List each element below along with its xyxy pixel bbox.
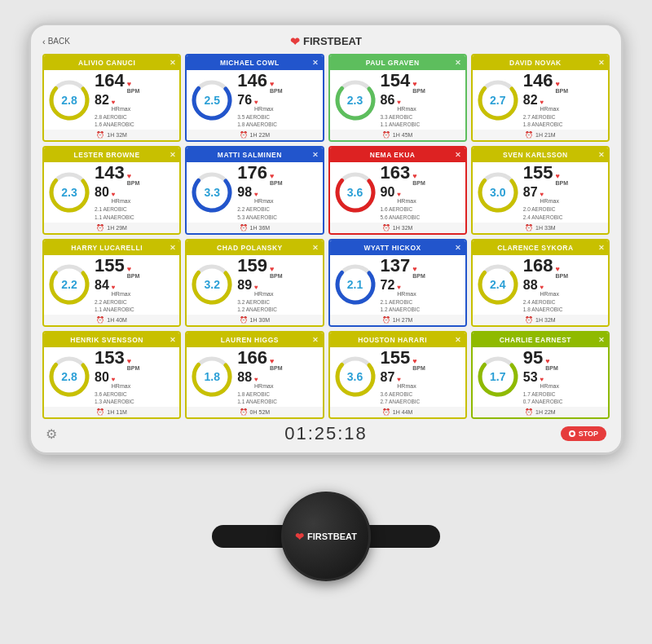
bpm-stats: 163 ♥ BPM — [381, 164, 462, 186]
bottom-bar: ⚙ 01:25:18 STOP — [42, 423, 610, 444]
close-button[interactable]: ✕ — [598, 151, 606, 159]
bpm-label: BPM — [412, 273, 425, 279]
top-bar: ‹ BACK ❤ FIRSTBEAT — [42, 33, 610, 49]
session-time: 1H 32M — [107, 132, 127, 138]
heart-icon: ♥ — [270, 265, 274, 273]
hrmax-stats: 86 ♥ HRmax — [381, 94, 462, 112]
stats-area: 168 ♥ BPM 88 ♥ HRmax 2.4 AEROBIC 1.8 ANA… — [523, 257, 605, 313]
clock-icon: ⏰ — [240, 131, 248, 139]
athlete-name: NEMA EKUA — [370, 151, 416, 159]
bpm-value: 155 — [381, 349, 411, 367]
card-footer: ⏰ 1H 11M — [44, 407, 179, 417]
card-body: 2.5 146 ♥ BPM 76 ♥ HRmax — [187, 70, 322, 130]
bpm-value: 164 — [95, 72, 125, 90]
close-button[interactable]: ✕ — [598, 336, 606, 344]
close-button[interactable]: ✕ — [312, 151, 319, 159]
athlete-name: LESTER BROWNE — [74, 151, 140, 159]
athlete-name: ALIVIO CANUCI — [78, 59, 135, 67]
session-time: 1H 36M — [250, 225, 271, 231]
bpm-label: BPM — [555, 273, 568, 279]
close-button[interactable]: ✕ — [170, 151, 177, 159]
heart-icon: ♥ — [127, 172, 131, 180]
back-button[interactable]: ‹ BACK — [42, 37, 70, 46]
stats-area: 146 ♥ BPM 76 ♥ HRmax 3.5 AEROBIC 1.8 ANA… — [237, 72, 319, 128]
hrmax-value: 80 — [95, 186, 109, 199]
heart-icon: ♥ — [545, 357, 549, 365]
card-body: 2.8 153 ♥ BPM 80 ♥ HRmax — [44, 347, 179, 407]
card-footer: ⏰ 1H 30M — [187, 315, 322, 325]
close-button[interactable]: ✕ — [455, 59, 462, 67]
epoc-ring: 2.3 — [333, 78, 377, 122]
card-footer: ⏰ 1H 29M — [44, 223, 179, 233]
close-button[interactable]: ✕ — [312, 244, 319, 252]
close-button[interactable]: ✕ — [170, 59, 177, 67]
hrmax-stats: 88 ♥ HRmax — [237, 371, 319, 389]
card-body: 2.8 164 ♥ BPM 82 ♥ HRmax — [44, 70, 179, 130]
bpm-stats: 95 ♥ BPM — [523, 349, 605, 371]
aerobic-value: 2.7 AEROBIC — [523, 113, 605, 121]
bpm-label: BPM — [412, 180, 425, 186]
clock-icon: ⏰ — [382, 224, 390, 232]
epoc-ring: 2.8 — [47, 78, 91, 122]
percent-heart-icon: ♥ — [397, 191, 401, 198]
session-time: 1H 32M — [393, 225, 413, 231]
close-button[interactable]: ✕ — [455, 336, 462, 344]
epoc-value: 2.8 — [61, 94, 77, 107]
hrmax-stats: 82 ♥ HRmax — [523, 94, 605, 112]
close-button[interactable]: ✕ — [598, 59, 606, 67]
epoc-value: 1.8 — [205, 370, 220, 383]
settings-icon[interactable]: ⚙ — [46, 426, 57, 442]
card-footer: ⏰ 0H 52M — [187, 407, 322, 417]
close-button[interactable]: ✕ — [312, 336, 319, 344]
stats-area: 153 ♥ BPM 80 ♥ HRmax 3.6 AEROBIC 1.3 ANA… — [95, 349, 176, 405]
session-time: 1H 27M — [393, 317, 413, 323]
hrmax-value: 98 — [237, 186, 252, 199]
stats-area: 154 ♥ BPM 86 ♥ HRmax 3.3 AEROBIC 1.1 ANA… — [381, 72, 462, 128]
card-header: WYATT HICKOX ✕ — [330, 240, 465, 255]
epoc-ring: 3.6 — [333, 170, 377, 214]
hrmax-value: 88 — [237, 371, 252, 384]
hrmax-value: 76 — [237, 94, 252, 107]
hrmax-stats: 84 ♥ HRmax — [95, 279, 176, 297]
card-footer: ⏰ 1H 40M — [44, 315, 179, 325]
card-footer: ⏰ 1H 32M — [473, 315, 608, 325]
anaerobic-value: 1.1 ANAEROBIC — [381, 121, 462, 128]
clock-icon: ⏰ — [96, 131, 104, 139]
card-body: 1.7 95 ♥ BPM 53 ♥ HRmax — [473, 347, 608, 407]
close-button[interactable]: ✕ — [455, 151, 462, 159]
session-time: 1H 22M — [250, 132, 271, 138]
athlete-name: CHAD POLANSKY — [217, 244, 283, 252]
athlete-card: CHAD POLANSKY ✕ 3.2 159 ♥ BPM 89 — [185, 239, 324, 327]
close-button[interactable]: ✕ — [170, 244, 177, 252]
hrmax-value: 80 — [95, 371, 109, 384]
card-header: LESTER BROWNE ✕ — [44, 148, 179, 162]
close-button[interactable]: ✕ — [598, 244, 606, 252]
aerobic-info: 2.1 AEROBIC 1.2 ANAEROBIC — [381, 298, 462, 313]
stop-button[interactable]: STOP — [561, 426, 606, 441]
close-button[interactable]: ✕ — [312, 59, 319, 67]
bpm-label: BPM — [545, 365, 558, 371]
athlete-card: PAUL GRAVEN ✕ 2.3 154 ♥ BPM 86 — [328, 54, 467, 142]
epoc-ring: 2.8 — [47, 355, 91, 399]
aerobic-value: 2.1 AEROBIC — [381, 298, 462, 306]
bpm-value: 137 — [381, 257, 411, 275]
stop-label: STOP — [579, 430, 598, 438]
clock-icon: ⏰ — [382, 408, 390, 416]
close-button[interactable]: ✕ — [170, 336, 177, 344]
card-body: 3.3 176 ♥ BPM 98 ♥ HRmax — [187, 162, 322, 222]
athlete-card: DAVID NOVAK ✕ 2.7 146 ♥ BPM 82 — [471, 54, 610, 142]
percent-heart-icon: ♥ — [540, 191, 544, 198]
card-header: LAUREN HIGGS ✕ — [187, 333, 322, 347]
session-time: 1H 21M — [535, 132, 556, 138]
epoc-ring: 2.2 — [47, 262, 91, 307]
close-button[interactable]: ✕ — [455, 244, 462, 252]
hrmax-label: HRmax — [397, 106, 416, 112]
athlete-name: MATTI SALMINEN — [218, 151, 282, 159]
percent-heart-icon: ♥ — [254, 284, 258, 291]
aerobic-value: 3.5 AEROBIC — [237, 113, 319, 121]
athlete-name: HARRY LUCARELLI — [71, 244, 143, 252]
bpm-value: 155 — [523, 164, 553, 182]
hrmax-label: HRmax — [254, 106, 273, 112]
aerobic-info: 2.1 AEROBIC 1.1 ANAEROBIC — [95, 205, 176, 220]
bpm-stats: 164 ♥ BPM — [95, 72, 176, 94]
